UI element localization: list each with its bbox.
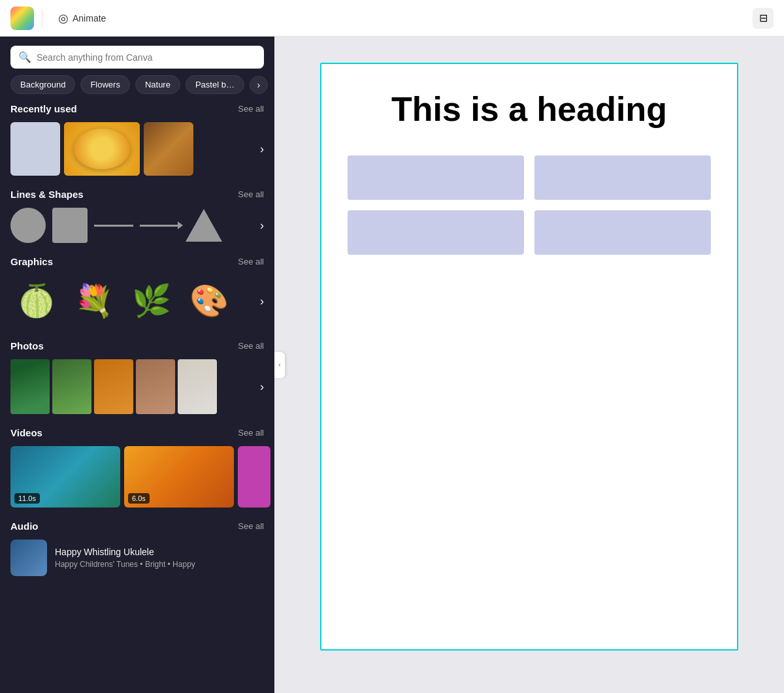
canva-logo (10, 7, 34, 30)
tags-row: Background Flowers Nature Pastel b… › (0, 75, 274, 103)
tag-nature[interactable]: Nature (135, 75, 180, 94)
video-item-1[interactable]: 11.0s (10, 446, 120, 508)
photos-title: Photos (10, 340, 44, 351)
videos-see-all[interactable]: See all (238, 428, 264, 438)
lines-shapes-see-all[interactable]: See all (238, 189, 264, 199)
lines-shapes-section: Lines & Shapes See all › (0, 189, 274, 256)
search-bar: 🔍 (0, 37, 274, 75)
doc-block-2 (534, 155, 711, 200)
search-input[interactable] (37, 52, 256, 63)
audio-section: Audio See all Happy Whistling Ukulele Ha… (0, 521, 274, 589)
recent-item-food2[interactable] (144, 122, 193, 176)
document-heading: This is a heading (348, 90, 711, 129)
tags-scroll-right[interactable]: › (250, 76, 268, 94)
graphics-section: Graphics See all 🍈 💐 🌿 🎨 › (0, 256, 274, 340)
audio-thumbnail (10, 540, 47, 576)
video-item-2[interactable]: 6.0s (124, 446, 234, 508)
topbar-right: ⊟ (753, 8, 774, 29)
animate-button[interactable]: ◎ Animate (50, 7, 114, 29)
tag-pastel[interactable]: Pastel b… (186, 75, 244, 94)
shape-arrow-line[interactable] (140, 225, 179, 227)
audio-title: Audio (10, 521, 39, 532)
tag-background[interactable]: Background (10, 75, 75, 94)
graphic-item-leaf[interactable]: 🌿 (125, 275, 178, 327)
format-button[interactable]: ⊟ (753, 8, 774, 29)
audio-info: Happy Whistling Ukulele Happy Childrens'… (55, 547, 264, 569)
search-input-wrap[interactable]: 🔍 (10, 46, 264, 69)
search-icon: 🔍 (18, 51, 31, 63)
photos-see-all[interactable]: See all (238, 341, 264, 351)
video-item-3[interactable] (238, 446, 270, 508)
graphics-title: Graphics (10, 256, 53, 267)
doc-grid-row2 (348, 210, 711, 255)
audio-title-text: Happy Whistling Ukulele (55, 547, 264, 557)
doc-block-4 (534, 210, 711, 255)
audio-meta-text: Happy Childrens' Tunes • Bright • Happy (55, 560, 264, 569)
canvas-area: ‹ This is a heading (274, 37, 784, 693)
photo-item-3[interactable] (94, 359, 133, 414)
photos-header: Photos See all (10, 340, 264, 351)
audio-header: Audio See all (10, 521, 264, 532)
videos-header: Videos See all (10, 427, 264, 438)
graphics-see-all[interactable]: See all (238, 257, 264, 266)
photo-item-2[interactable] (52, 359, 91, 414)
recent-item-blank[interactable] (10, 122, 60, 176)
topbar-divider (42, 9, 42, 27)
topbar: ◎ Animate ⊟ (0, 0, 784, 37)
shape-rectangle[interactable] (52, 208, 88, 243)
photo-item-5[interactable] (178, 359, 217, 414)
tag-flowers[interactable]: Flowers (80, 75, 130, 94)
audio-item[interactable]: Happy Whistling Ukulele Happy Childrens'… (10, 540, 264, 576)
shapes-scroll-right[interactable]: › (260, 219, 264, 233)
format-icon: ⊟ (759, 12, 768, 24)
left-panel: 🔍 Background Flowers Nature Pastel b… › … (0, 37, 274, 693)
photo-item-1[interactable] (10, 359, 50, 414)
panel-collapse-handle[interactable]: ‹ (274, 352, 285, 378)
video-badge-1: 11.0s (14, 493, 40, 504)
photos-scroll-right[interactable]: › (260, 380, 264, 394)
video-badge-2: 6.0s (128, 493, 150, 504)
graphics-scroll-right[interactable]: › (260, 295, 264, 308)
shape-line[interactable] (94, 225, 133, 227)
recently-used-header: Recently used See all (10, 103, 264, 114)
graphic-item-papaya[interactable]: 🍈 (10, 275, 63, 327)
graphics-header: Graphics See all (10, 256, 264, 267)
shape-circle[interactable] (10, 208, 46, 243)
main-layout: 🔍 Background Flowers Nature Pastel b… › … (0, 37, 784, 693)
audio-see-all[interactable]: See all (238, 521, 264, 531)
canvas-document[interactable]: This is a heading (320, 63, 738, 651)
shape-triangle[interactable] (186, 209, 222, 242)
lines-shapes-header: Lines & Shapes See all (10, 189, 264, 200)
recent-item-food1[interactable] (64, 122, 140, 176)
photo-item-4[interactable] (136, 359, 175, 414)
doc-grid-row1 (348, 155, 711, 200)
videos-section: Videos See all 11.0s 6.0s › (0, 427, 274, 521)
animate-icon: ◎ (58, 11, 69, 25)
graphic-item-colorful[interactable]: 🎨 (183, 275, 235, 327)
photos-row: › (10, 359, 264, 414)
videos-row: 11.0s 6.0s › (10, 446, 264, 508)
lines-shapes-title: Lines & Shapes (10, 189, 84, 200)
animate-label: Animate (73, 13, 106, 24)
videos-title: Videos (10, 427, 42, 438)
recent-scroll-right[interactable]: › (260, 142, 264, 156)
recently-used-see-all[interactable]: See all (238, 104, 264, 114)
graphics-row: 🍈 💐 🌿 🎨 › (10, 275, 264, 327)
recently-used-section: Recently used See all › (0, 103, 274, 189)
shapes-row: › (10, 208, 264, 243)
recently-used-title: Recently used (10, 103, 77, 114)
photos-section: Photos See all › (0, 340, 274, 427)
doc-block-1 (348, 155, 524, 200)
graphic-item-flowers[interactable]: 💐 (68, 275, 120, 327)
recently-used-grid: › (10, 122, 264, 176)
doc-block-3 (348, 210, 524, 255)
